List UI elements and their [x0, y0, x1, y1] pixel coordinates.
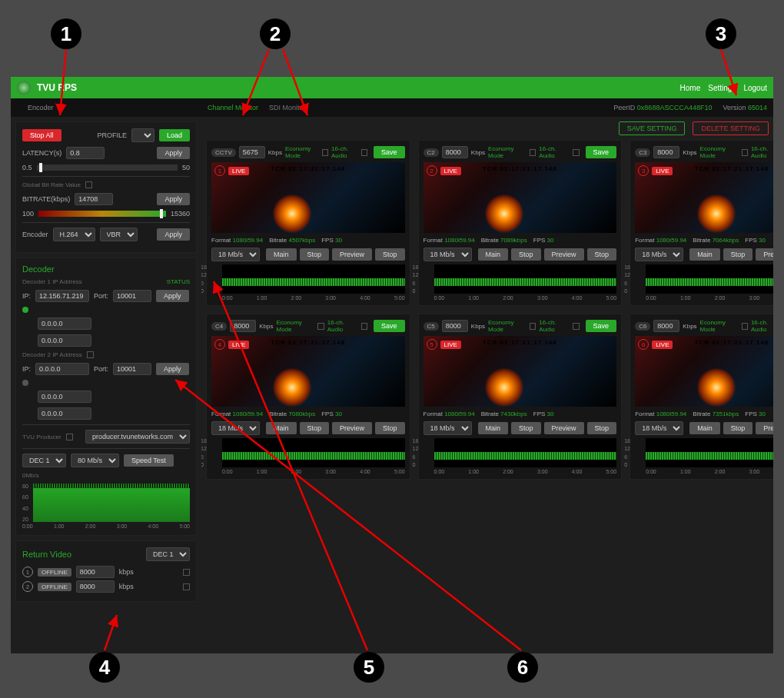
- channel-card: C6 Kbps Economy Mode 16-ch. Audio Save 6…: [630, 314, 773, 480]
- tab-channel-monitor[interactable]: Channel Monitor: [208, 104, 258, 111]
- dec2-apply-button[interactable]: Apply: [156, 363, 189, 375]
- encoder-panel: Stop All PROFILE Load LATENCY(s) Apply 0…: [15, 121, 197, 253]
- producer-checkbox[interactable]: [66, 434, 73, 440]
- dec1-ip-input[interactable]: [35, 290, 89, 302]
- annotation-2: 2: [260, 18, 291, 49]
- channel-main-button[interactable]: Main: [266, 422, 297, 434]
- speed-test-button[interactable]: Speed Test: [124, 454, 174, 467]
- channel-rate-select[interactable]: 18 Mb/s: [635, 421, 683, 435]
- return1-bitrate[interactable]: [76, 566, 115, 578]
- delete-setting-button[interactable]: DELETE SETTING: [693, 121, 769, 135]
- dec1-port-input[interactable]: [113, 290, 151, 302]
- channel-rate-select[interactable]: 18 Mb/s: [635, 248, 683, 261]
- channel-rate-select[interactable]: 18 Mb/s: [424, 248, 472, 261]
- speed-select[interactable]: 80 Mb/s: [71, 454, 119, 467]
- channel-save-button[interactable]: Save: [374, 320, 405, 332]
- channel-stop-button[interactable]: Stop: [300, 248, 330, 261]
- channel-stop-button[interactable]: Stop: [300, 422, 330, 434]
- channel-preview-button[interactable]: Preview: [544, 248, 584, 261]
- channel-stop2-button[interactable]: Stop: [375, 248, 405, 261]
- load-button[interactable]: Load: [159, 129, 190, 141]
- global-bitrate-checkbox[interactable]: [85, 181, 92, 188]
- channel-bitrate-input[interactable]: [653, 320, 679, 332]
- channel-id: C3: [635, 148, 650, 157]
- logout-link[interactable]: Logout: [743, 84, 767, 92]
- channel-id: C2: [424, 148, 439, 157]
- channel-graph: [646, 264, 773, 294]
- channel-rate-select[interactable]: 18 Mb/s: [424, 421, 472, 435]
- channel-bitrate-input[interactable]: [442, 320, 468, 332]
- channel-main-button[interactable]: Main: [689, 422, 720, 434]
- channel-preview-button[interactable]: Preview: [332, 422, 372, 434]
- channel-preview[interactable]: 1LIVE TCR 02:17:21:17.148: [211, 162, 405, 233]
- channel-graph: [222, 264, 405, 294]
- annotation-3: 3: [706, 18, 736, 49]
- channel-preview[interactable]: 4LIVE TCR 02:17:21:17.148: [211, 336, 405, 407]
- channel-bitrate-input[interactable]: [653, 146, 679, 158]
- producer-host-select[interactable]: producer.tvunetworks.com: [85, 430, 190, 444]
- channel-stop2-button[interactable]: Stop: [587, 248, 617, 261]
- channel-preview-button[interactable]: Preview: [756, 422, 773, 434]
- bitrate-input[interactable]: [75, 193, 113, 205]
- channel-save-button[interactable]: Save: [586, 320, 617, 332]
- mode-select[interactable]: VBR: [100, 228, 138, 241]
- channel-rate-select[interactable]: 18 Mb/s: [211, 421, 260, 435]
- channel-main-button[interactable]: Main: [478, 248, 509, 261]
- latency-slider[interactable]: [37, 165, 178, 171]
- latency-input[interactable]: [66, 147, 105, 159]
- channel-main-button[interactable]: Main: [478, 422, 509, 434]
- channel-main-button[interactable]: Main: [689, 248, 720, 261]
- app-window: TVU RPS Home Settings Logout Encoder Cha…: [11, 77, 773, 653]
- home-link[interactable]: Home: [680, 84, 701, 92]
- channel-preview[interactable]: 2LIVE TCR 02:17:21:17.148: [424, 162, 617, 233]
- channel-card: C3 Kbps Economy Mode 16-ch. Audio Save 3…: [630, 140, 773, 306]
- channel-stop-button[interactable]: Stop: [723, 422, 753, 434]
- channel-preview[interactable]: 6LIVE TCR 02:17:21:17.148: [635, 336, 773, 407]
- bitrate-apply-button[interactable]: Apply: [157, 193, 190, 205]
- channel-save-button[interactable]: Save: [586, 146, 617, 158]
- channel-bitrate-input[interactable]: [442, 146, 468, 158]
- codec-select[interactable]: H.264: [53, 228, 95, 241]
- channel-bitrate-input[interactable]: [230, 320, 256, 332]
- channel-stop2-button[interactable]: Stop: [375, 422, 405, 434]
- encoder-apply-button[interactable]: Apply: [157, 228, 190, 241]
- channel-preview[interactable]: 3LIVE TCR 02:17:21:17.148: [635, 162, 773, 233]
- channel-card: C5 Kbps Economy Mode 16-ch. Audio Save 5…: [418, 314, 623, 480]
- latency-apply-button[interactable]: Apply: [157, 147, 190, 159]
- return2-status: OFFLINE: [38, 583, 71, 591]
- main-area: SAVE SETTING DELETE SETTING CCTV Kbps Ec…: [201, 117, 773, 653]
- channel-bitrate-input[interactable]: [239, 146, 265, 158]
- dec2-port-input[interactable]: [113, 363, 151, 375]
- profile-select[interactable]: [131, 128, 154, 142]
- dec2-ip-input[interactable]: [35, 363, 89, 375]
- annotation-6: 6: [507, 652, 538, 683]
- dec2-checkbox[interactable]: [87, 351, 94, 358]
- channel-preview-button[interactable]: Preview: [756, 248, 773, 261]
- channel-stop2-button[interactable]: Stop: [587, 422, 617, 434]
- dec1-status-icon: [22, 307, 28, 313]
- channel-main-button[interactable]: Main: [266, 248, 297, 261]
- dec-select[interactable]: DEC 1: [22, 454, 66, 467]
- stop-all-button[interactable]: Stop All: [22, 129, 61, 141]
- channel-card: C2 Kbps Economy Mode 16-ch. Audio Save 2…: [418, 140, 623, 306]
- return-dec-select[interactable]: DEC 1: [146, 547, 190, 561]
- channel-preview[interactable]: 5LIVE TCR 02:17:21:17.148: [424, 336, 617, 407]
- channel-id: CCTV: [211, 148, 236, 157]
- bitrate-slider[interactable]: [38, 211, 166, 217]
- app-title: TVU RPS: [37, 82, 77, 93]
- channel-rate-select[interactable]: 18 Mb/s: [211, 248, 260, 261]
- tab-sdi-monitor[interactable]: SDI Monitor: [269, 104, 306, 111]
- return1-status: OFFLINE: [38, 568, 71, 577]
- save-setting-button[interactable]: SAVE SETTING: [619, 121, 686, 135]
- channel-save-button[interactable]: Save: [374, 146, 405, 158]
- channel-stop-button[interactable]: Stop: [511, 248, 541, 261]
- dec1-apply-button[interactable]: Apply: [156, 290, 189, 302]
- channel-preview-button[interactable]: Preview: [332, 248, 372, 261]
- channel-stop-button[interactable]: Stop: [511, 422, 541, 434]
- channel-preview-button[interactable]: Preview: [544, 422, 584, 434]
- annotation-4: 4: [89, 652, 120, 683]
- peer-id: 0x8688ASCCCA448F10: [637, 104, 713, 111]
- settings-link[interactable]: Settings: [708, 84, 736, 92]
- channel-stop-button[interactable]: Stop: [723, 248, 753, 261]
- return2-bitrate[interactable]: [76, 580, 115, 593]
